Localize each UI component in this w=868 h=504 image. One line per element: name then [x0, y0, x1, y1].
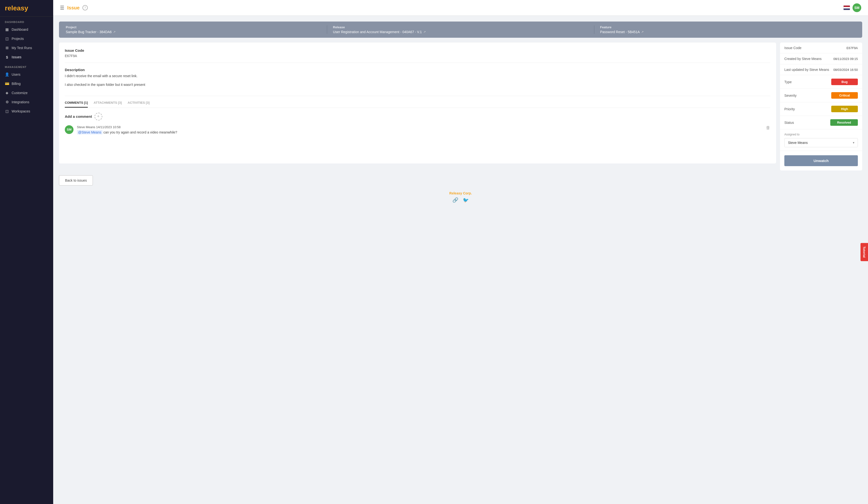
logo: releasy — [0, 0, 53, 17]
sidebar-section-dashboard: DASHBOARD ▦ Dashboard ◫ Projects ⊞ My Te… — [0, 17, 53, 62]
sidebar-item-users[interactable]: 👤 Users — [0, 70, 53, 79]
hamburger-menu[interactable]: ☰ — [60, 5, 64, 11]
release-external-link-icon[interactable]: ↗ — [423, 30, 426, 34]
topbar-right: SM — [843, 3, 861, 12]
info-bar: Project Sample Bug Tracker - 384DA6 ↗ Re… — [59, 21, 862, 38]
sidebar-item-label: Workspaces — [12, 109, 30, 113]
billing-icon: 💳 — [5, 82, 9, 86]
assigned-to-select[interactable]: Steve Means — [784, 138, 858, 147]
side-issue-code-value: E67F9A — [847, 46, 858, 50]
sidebar-section-management: MANAGEMENT 👤 Users 💳 Billing ◈ Customize… — [0, 62, 53, 116]
sidebar-section-title-dashboard: DASHBOARD — [0, 17, 53, 25]
logo-text: releasy — [5, 4, 28, 12]
release-section: Release User Registration and Account Ma… — [333, 25, 588, 34]
sidebar-item-customize[interactable]: ◈ Customize — [0, 88, 53, 97]
footer-twitter-icon[interactable]: 🐦 — [463, 197, 469, 203]
topbar-left: ☰ Issue ? — [60, 5, 88, 11]
footer-company: Releasy Corp. — [65, 191, 856, 195]
feature-external-link-icon[interactable]: ↗ — [641, 30, 644, 34]
back-to-issues-button[interactable]: Back to issues — [59, 175, 93, 185]
description-label: Description — [65, 68, 770, 72]
tab-attachments[interactable]: ATTACHMENTS [3] — [94, 101, 122, 107]
sidebar-item-label: Integrations — [12, 100, 29, 104]
side-type-badge: Bug — [831, 79, 858, 85]
sidebar-item-workspaces[interactable]: ◫ Workspaces — [0, 107, 53, 116]
feature-section: Feature Password Reset - 5B451A ↗ — [600, 25, 855, 34]
projects-icon: ◫ — [5, 37, 9, 41]
release-label: Release — [333, 25, 588, 29]
add-comment-button[interactable]: + — [94, 113, 102, 121]
project-value: Sample Bug Tracker - 384DA6 ↗ — [66, 30, 321, 34]
tab-activities[interactable]: ACTIVITIES [3] — [128, 101, 150, 107]
language-flag[interactable] — [843, 5, 850, 10]
add-comment-label: Add a comment — [65, 114, 92, 119]
comment-meta: Steve Means 14/11/2023 10:58 — [77, 125, 763, 129]
unwatch-button[interactable]: Unwatch — [784, 155, 858, 166]
side-issue-code-label: Issue Code — [784, 46, 802, 50]
topbar: ☰ Issue ? SM — [53, 0, 868, 16]
description-line-2: I also checked in the spam folder but it… — [65, 82, 770, 87]
comment-avatar: SM — [65, 125, 73, 134]
tutorial-tab[interactable]: Tutorial — [860, 243, 868, 261]
footer-link-icon[interactable]: 🔗 — [452, 197, 458, 203]
sidebar-item-label: Billing — [12, 82, 21, 86]
assigned-select-wrapper: Steve Means — [784, 138, 858, 147]
side-status-label: Status — [784, 121, 794, 125]
comment-author: Steve Means — [77, 125, 95, 129]
user-avatar[interactable]: SM — [852, 3, 861, 12]
integrations-icon: ⚙ — [5, 100, 9, 104]
side-severity-row: Severity Critical — [780, 89, 862, 102]
side-panel: Issue Code E67F9A Created by Steve Means… — [780, 43, 862, 171]
comment-body-text: can you try again and record a video mea… — [103, 130, 177, 134]
description-text: I didn't receive the email with a secure… — [65, 73, 770, 88]
comment-text: @Steve Means can you try again and recor… — [77, 130, 763, 134]
customize-icon: ◈ — [5, 91, 9, 95]
side-updated-value: 08/03/2024 16:50 — [834, 68, 858, 72]
side-created-row: Created by Steve Means 08/11/2023 09:15 — [780, 53, 862, 64]
delete-comment-button[interactable]: 🗑 — [766, 125, 770, 130]
users-icon: 👤 — [5, 72, 9, 77]
main-panel: Issue Code E67F9A Description I didn't r… — [59, 43, 776, 164]
sidebar-item-projects[interactable]: ◫ Projects — [0, 34, 53, 43]
project-section: Project Sample Bug Tracker - 384DA6 ↗ — [66, 25, 321, 34]
side-priority-badge: High — [831, 106, 858, 112]
side-updated-label: Last updated by Steve Means — [784, 68, 829, 72]
sidebar-section-title-management: MANAGEMENT — [0, 62, 53, 70]
footer: Releasy Corp. 🔗 🐦 — [59, 185, 862, 209]
assigned-section: Assigned to Steve Means — [780, 130, 862, 151]
side-priority-row: Priority High — [780, 102, 862, 116]
sidebar-item-billing[interactable]: 💳 Billing — [0, 79, 53, 88]
issue-code-label: Issue Code — [65, 48, 770, 52]
side-severity-label: Severity — [784, 94, 797, 97]
project-external-link-icon[interactable]: ↗ — [113, 30, 116, 34]
side-type-row: Type Bug — [780, 75, 862, 89]
help-button[interactable]: ? — [82, 5, 88, 10]
sidebar-item-dashboard[interactable]: ▦ Dashboard — [0, 25, 53, 34]
test-runs-icon: ⊞ — [5, 46, 9, 50]
issue-code-value: E67F9A — [65, 54, 770, 58]
side-type-label: Type — [784, 80, 792, 84]
comment-body: Steve Means 14/11/2023 10:58 @Steve Mean… — [77, 125, 763, 134]
side-status-row: Status Resolved — [780, 116, 862, 130]
release-value: User Registration and Account Management… — [333, 30, 588, 34]
sidebar-item-label: Users — [12, 73, 21, 76]
sidebar-item-integrations[interactable]: ⚙ Integrations — [0, 97, 53, 107]
assigned-to-label: Assigned to — [784, 133, 858, 136]
sidebar-item-label: Issues — [12, 55, 21, 59]
sidebar-item-my-test-runs[interactable]: ⊞ My Test Runs — [0, 43, 53, 52]
tab-comments[interactable]: COMMENTS [1] — [65, 101, 88, 107]
project-label: Project — [66, 25, 321, 29]
dashboard-icon: ▦ — [5, 27, 9, 32]
description-block: Description I didn't receive the email w… — [65, 68, 770, 96]
side-status-badge: Resolved — [830, 119, 858, 126]
side-issue-code-row: Issue Code E67F9A — [780, 43, 862, 53]
page-title: Issue — [67, 5, 80, 11]
sidebar-item-issues[interactable]: $ Issues — [0, 52, 53, 62]
comment-item: SM Steve Means 14/11/2023 10:58 @Steve M… — [65, 125, 770, 134]
side-priority-label: Priority — [784, 107, 795, 111]
workspaces-icon: ◫ — [5, 109, 9, 113]
side-updated-row: Last updated by Steve Means 08/03/2024 1… — [780, 64, 862, 75]
footer-icons: 🔗 🐦 — [65, 197, 856, 203]
two-column-layout: Issue Code E67F9A Description I didn't r… — [59, 43, 862, 171]
side-created-value: 08/11/2023 09:15 — [834, 57, 858, 61]
